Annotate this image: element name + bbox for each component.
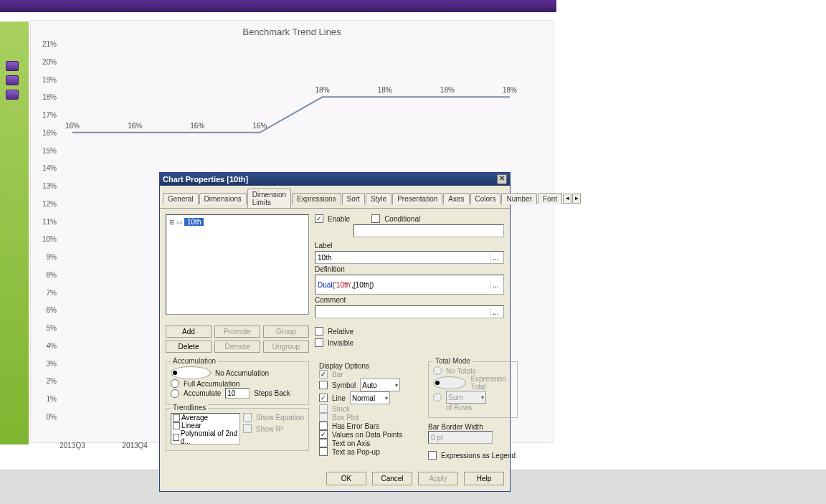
tab-expressions[interactable]: Expressions	[292, 193, 341, 205]
symbol-select[interactable]: Auto▾	[360, 379, 400, 391]
y-tick-label: 13%	[37, 182, 57, 190]
y-tick-label: 7%	[37, 288, 57, 296]
y-tick-label: 17%	[37, 111, 57, 119]
bar-checkbox	[319, 370, 328, 379]
label-label: Label	[315, 242, 504, 249]
y-tick-label: 20%	[37, 57, 57, 65]
comment-input[interactable]: ...	[315, 305, 504, 318]
trend-list-item[interactable]: Linear	[171, 422, 239, 429]
trend-list-item[interactable]: Average	[171, 414, 239, 422]
display-options-title: Display Options	[319, 362, 369, 370]
expression-buttons: Add Promote Group Delete Demote Ungroup	[166, 325, 309, 353]
steps-input[interactable]: 10	[225, 388, 250, 399]
y-tick-label: 3%	[37, 359, 57, 367]
y-tick-label: 4%	[37, 341, 57, 349]
tree-item-label: 10th	[184, 218, 204, 226]
tab-number[interactable]: Number	[501, 193, 537, 204]
expr-legend-checkbox[interactable]	[428, 451, 437, 460]
right-column: Enable Conditional Label 10th... Definit…	[315, 214, 504, 318]
tab-sort[interactable]: Sort	[342, 193, 365, 204]
tab-scroll-icon[interactable]: ◂	[563, 194, 571, 204]
trend-list-item[interactable]: Polynomial of 2nd d...	[171, 429, 239, 444]
no-accum-radio[interactable]	[171, 366, 211, 379]
y-tick-label: 1%	[37, 395, 57, 403]
tab-axes[interactable]: Axes	[443, 193, 469, 204]
sidebar-icons	[6, 61, 19, 104]
ellipsis-button[interactable]: ...	[490, 308, 501, 316]
apply-button[interactable]: Apply	[418, 472, 458, 485]
cancel-button[interactable]: Cancel	[372, 472, 412, 485]
sidebar-icon[interactable]	[6, 61, 19, 71]
y-tick-label: 21%	[37, 40, 57, 48]
tab-dimensions[interactable]: Dimensions	[199, 193, 247, 204]
ungroup-button[interactable]: Ungroup	[263, 341, 309, 353]
total-mode-group: Total Mode No Totals Expression Total Su…	[428, 361, 518, 418]
sum-select: Sum▾	[446, 391, 486, 404]
sidebar-icon[interactable]	[6, 75, 19, 85]
label-input[interactable]: 10th...	[315, 251, 504, 264]
invisible-checkbox[interactable]	[315, 338, 323, 347]
relative-label: Relative	[328, 328, 353, 336]
display-options: Display Options Bar Symbol Auto▾ Line No…	[315, 361, 422, 462]
expression-tree[interactable]: ⊞ ▭ 10th	[166, 214, 309, 315]
dialog-footer: OK Cancel Apply Help	[160, 467, 510, 491]
tab-style[interactable]: Style	[366, 193, 391, 204]
y-tick-label: 9%	[37, 253, 57, 261]
tab-colors[interactable]: Colors	[470, 193, 501, 204]
trendlines-title: Trendlines	[171, 404, 208, 412]
chart-properties-dialog: Chart Properties [10th] ✕ GeneralDimensi…	[159, 172, 511, 492]
textaxis-checkbox[interactable]	[319, 439, 328, 447]
trendlines-group: Trendlines AverageLinearPolynomial of 2n…	[166, 408, 309, 451]
relative-checkbox[interactable]	[315, 327, 323, 336]
chevron-down-icon: ▾	[395, 382, 398, 389]
ellipsis-button[interactable]: ...	[490, 281, 501, 289]
demote-button[interactable]: Demote	[214, 341, 260, 353]
dialog-titlebar[interactable]: Chart Properties [10th] ✕	[160, 173, 510, 186]
purple-header-bar	[0, 0, 556, 12]
definition-input[interactable]: Dual('10th',[10th]) ...	[315, 275, 504, 295]
group-button[interactable]: Group	[263, 325, 309, 338]
values-checkbox[interactable]	[319, 430, 328, 439]
tab-presentation[interactable]: Presentation	[392, 193, 442, 204]
green-sidebar	[0, 22, 29, 444]
y-tick-label: 0%	[37, 413, 57, 421]
x-tick-label: 2013Q4	[113, 442, 156, 450]
line-select[interactable]: Normal▾	[350, 391, 390, 404]
dialog-title: Chart Properties [10th]	[163, 175, 248, 184]
full-accum-radio[interactable]	[171, 379, 179, 388]
sidebar-icon[interactable]	[6, 90, 19, 100]
no-totals-radio	[433, 366, 442, 375]
y-tick-label: 10%	[37, 235, 57, 243]
accum-radio[interactable]	[171, 389, 179, 398]
conditional-input[interactable]	[353, 224, 504, 237]
tab-scroll-icon[interactable]: ▸	[572, 194, 581, 204]
total-mode-title: Total Mode	[433, 357, 473, 365]
popup-checkbox[interactable]	[319, 447, 328, 456]
line-checkbox[interactable]	[319, 394, 328, 402]
add-button[interactable]: Add	[166, 325, 212, 338]
promote-button[interactable]: Promote	[214, 325, 260, 338]
chevron-down-icon: ▾	[481, 394, 484, 401]
tree-item[interactable]: ⊞ ▭ 10th	[169, 218, 305, 226]
expr-total-radio	[433, 376, 466, 389]
enable-label: Enable	[328, 215, 350, 223]
expand-icon[interactable]: ⊞	[169, 219, 175, 226]
conditional-checkbox[interactable]	[371, 214, 380, 223]
tab-general[interactable]: General	[163, 193, 199, 204]
enable-checkbox[interactable]	[315, 214, 323, 223]
tab-font[interactable]: Font	[538, 193, 562, 204]
sum-radio	[433, 393, 442, 401]
boxplot-checkbox	[319, 413, 328, 422]
delete-button[interactable]: Delete	[166, 341, 212, 353]
tab-dimension-limits[interactable]: Dimension Limits	[247, 189, 291, 208]
y-tick-label: 11%	[37, 217, 57, 225]
symbol-checkbox[interactable]	[319, 381, 328, 389]
ok-button[interactable]: OK	[326, 472, 366, 485]
close-icon[interactable]: ✕	[497, 174, 507, 184]
ellipsis-button[interactable]: ...	[490, 254, 501, 262]
help-button[interactable]: Help	[464, 472, 504, 485]
errbars-checkbox[interactable]	[319, 422, 328, 430]
bar-border-label: Bar Border Width	[428, 423, 483, 431]
trend-list[interactable]: AverageLinearPolynomial of 2nd d...	[171, 413, 240, 444]
comment-label: Comment	[315, 296, 504, 304]
